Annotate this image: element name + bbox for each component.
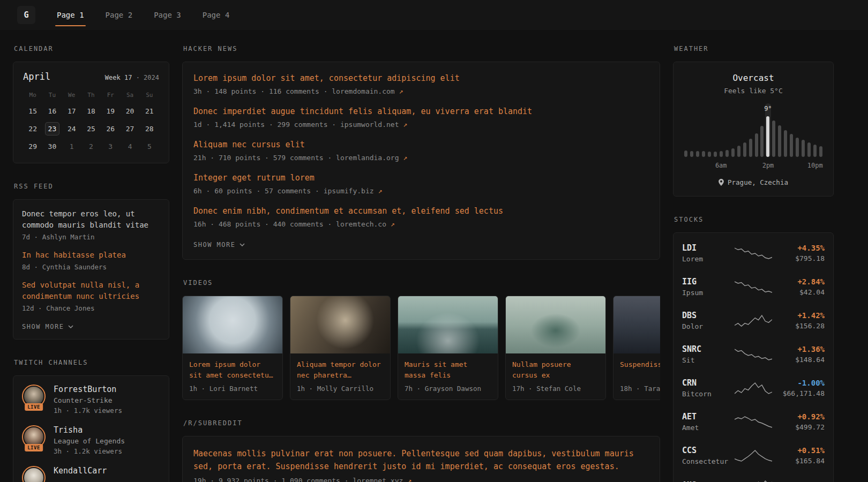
stock-change: +2.84%	[772, 277, 825, 286]
video-card[interactable]: Aliquam tempor dolor nec pharetra… 1h · …	[290, 296, 391, 400]
hn-title-link[interactable]: Lorem ipsum dolor sit amet, consectetur …	[193, 73, 649, 84]
video-card[interactable]: Mauris sit amet massa felis 7h · Grayson…	[398, 296, 498, 400]
video-thumbnail[interactable]	[613, 296, 660, 353]
video-card[interactable]: Nullam posuere cursus ex 17h · Stefan Co…	[505, 296, 606, 400]
hn-title-link[interactable]: Donec imperdiet augue tincidunt felis al…	[193, 106, 649, 117]
rss-item-link[interactable]: Sed volutpat nulla nisl, a condimentum n…	[22, 280, 160, 302]
rss-item-link[interactable]: Donec tempor eros leo, ut commodo mauris…	[22, 208, 160, 231]
stock-name: Sit	[682, 356, 735, 364]
tab-page-4[interactable]: Page 4	[203, 11, 230, 19]
calendar-day-selected: 23	[45, 122, 59, 135]
weather-temp-bar	[760, 126, 764, 157]
hn-item-meta: 1d · 1,414 points · 299 comments · ipsum…	[193, 120, 649, 129]
twitch-channel[interactable]: LIVE ForrestBurton Counter-Strike 1h · 1…	[22, 385, 160, 415]
hn-title-link[interactable]: Aliquam nec cursus elit	[193, 139, 649, 150]
video-thumbnail[interactable]	[290, 296, 390, 353]
stock-ticker: SNRC	[682, 344, 735, 354]
weather-temp-bar	[743, 142, 746, 157]
left-column: CALENDAR April Week 17 · 2024 MoTuWeThFr…	[13, 45, 169, 482]
calendar-day: 30	[45, 140, 59, 153]
calendar-month: April	[23, 71, 50, 82]
stock-row[interactable]: CCS Consectetur +0.51% $165.84	[682, 439, 825, 472]
twitch-channel-info: KendallCarr	[54, 466, 107, 476]
calendar-day: 19	[103, 104, 118, 118]
weather-bar-column	[742, 103, 747, 157]
stock-price: $165.84	[772, 457, 825, 465]
stock-row[interactable]: IIG Ipsum +2.84% $42.04	[682, 270, 825, 304]
calendar-day-header: Mo	[29, 91, 36, 100]
hn-show-more-button[interactable]: SHOW MORE	[193, 239, 245, 248]
tab-page-2[interactable]: Page 2	[106, 11, 133, 19]
stock-ticker: IIG	[682, 277, 735, 287]
video-title-link[interactable]: Lorem ipsum dolor sit amet consectetu…	[189, 359, 276, 381]
video-title-link[interactable]: Suspendisse diam	[620, 359, 660, 381]
stock-row[interactable]: LDI Lorem +4.35% $795.18	[682, 236, 825, 270]
stock-row[interactable]: AET Amet +0.92% $499.72	[682, 405, 825, 439]
weather-bar-column	[724, 103, 730, 157]
reddit-post-link[interactable]: Maecenas mollis pulvinar erat non posuer…	[193, 447, 649, 473]
rss-show-more-button[interactable]: SHOW MORE	[22, 321, 73, 330]
stock-values: +2.84% $42.04	[772, 277, 825, 296]
hn-title-link[interactable]: Integer eget rutrum lorem	[193, 172, 649, 184]
rss-item-link[interactable]: In hac habitasse platea	[22, 250, 160, 261]
weather-location-text: Prague, Czechia	[728, 178, 788, 186]
videos-widget: VIDEOS Lorem ipsum dolor sit amet consec…	[182, 279, 660, 400]
video-thumbnail[interactable]	[183, 296, 282, 353]
reddit-section-title: /R/SUBREDDIT	[183, 419, 660, 427]
video-title-link[interactable]: Aliquam tempor dolor nec pharetra…	[297, 359, 384, 381]
stock-sparkline	[735, 314, 772, 328]
hn-item-meta: 16h · 468 points · 440 comments · loremt…	[193, 220, 649, 228]
stock-values: +4.35% $795.18	[772, 244, 825, 262]
stock-id: CRN Bitcorn	[682, 378, 735, 398]
calendar-day: 4	[123, 140, 137, 153]
calendar-separator: ·	[136, 74, 140, 81]
video-body: Aliquam tempor dolor nec pharetra… 1h · …	[290, 353, 390, 400]
weather-section-title: WEATHER	[674, 45, 834, 52]
twitch-channel-name[interactable]: Trisha	[54, 425, 125, 435]
tab-page-3[interactable]: Page 3	[154, 11, 181, 19]
weather-feels-like: Feels like 5°C	[683, 87, 824, 95]
video-thumbnail[interactable]	[506, 296, 605, 353]
stock-row[interactable]: AHS +0.46%	[682, 472, 825, 482]
hn-meta-text: 6h · 60 points · 57 comments · ipsumify.…	[193, 187, 374, 195]
stock-values: -1.00% $66,171.48	[772, 379, 825, 397]
weather-bar-column	[701, 103, 707, 157]
stock-row[interactable]: DBS Dolor +1.42% $156.28	[682, 304, 825, 337]
weather-temp-bar	[807, 142, 811, 157]
stock-price: $148.64	[772, 356, 825, 364]
twitch-channel-name[interactable]: KendallCarr	[54, 466, 107, 476]
video-card[interactable]: Suspendisse diam 18h · Tara	[613, 296, 660, 400]
calendar-widget: CALENDAR April Week 17 · 2024 MoTuWeThFr…	[13, 45, 169, 163]
tab-page-1[interactable]: Page 1	[57, 11, 84, 19]
twitch-channel[interactable]: LIVE KendallCarr	[22, 466, 160, 482]
logo[interactable]: G	[17, 6, 35, 24]
calendar-day: 17	[64, 104, 79, 118]
video-title-link[interactable]: Mauris sit amet massa felis	[405, 359, 491, 381]
location-pin-icon	[719, 179, 724, 186]
video-thumbnail[interactable]	[398, 296, 498, 353]
stock-price: $499.72	[772, 423, 825, 431]
video-card[interactable]: Lorem ipsum dolor sit amet consectetu… 1…	[182, 296, 283, 400]
stocks-widget: STOCKS LDI Lorem +4.35% $795.18 IIG	[673, 216, 834, 482]
twitch-channel-name[interactable]: ForrestBurton	[54, 385, 122, 394]
video-title-link[interactable]: Nullam posuere cursus ex	[512, 359, 599, 381]
twitch-channel[interactable]: LIVE Trisha League of Legends 3h · 1.2k …	[22, 425, 160, 455]
weather-temp-bar	[766, 116, 769, 157]
stock-sparkline	[735, 381, 772, 395]
stock-row[interactable]: CRN Bitcorn -1.00% $66,171.48	[682, 371, 825, 405]
stock-change: +0.92%	[772, 412, 825, 421]
stock-id: SNRC Sit	[682, 344, 735, 364]
stock-change: +0.51%	[772, 446, 825, 455]
stock-row[interactable]: SNRC Sit +1.36% $148.64	[682, 337, 825, 371]
rss-item-meta: 12d · Chance Jones	[22, 304, 160, 312]
weather-bar-column	[812, 103, 818, 157]
twitch-widget: TWITCH CHANNELS LIVE ForrestBurton Count…	[13, 359, 169, 482]
twitch-avatar: LIVE	[22, 466, 46, 482]
hn-title-link[interactable]: Donec enim nibh, condimentum et accumsan…	[193, 206, 649, 217]
weather-temp-bar	[714, 152, 717, 157]
calendar-day: 1	[64, 140, 79, 153]
stock-change: +1.36%	[772, 345, 825, 353]
hn-meta-text: 16h · 468 points · 440 comments · loremt…	[193, 220, 386, 228]
reddit-card: Maecenas mollis pulvinar erat non posuer…	[182, 436, 660, 482]
weather-bar-column	[695, 103, 701, 157]
